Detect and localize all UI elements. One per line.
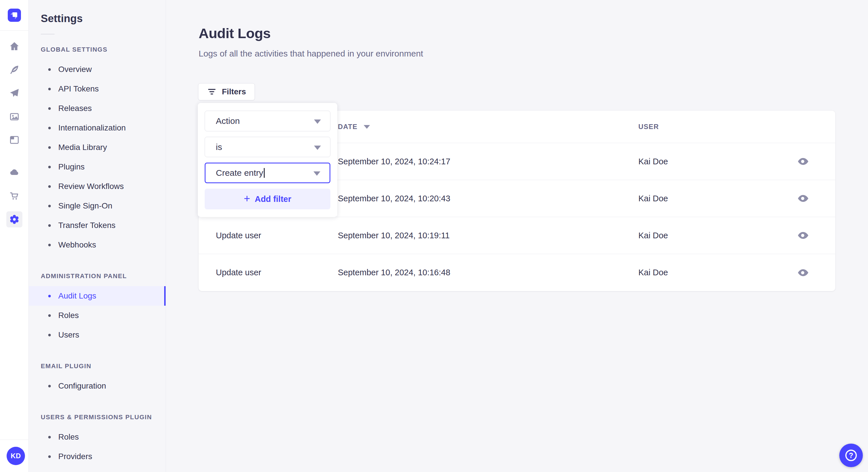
column-header-user: USER [639, 111, 659, 143]
eye-icon [798, 195, 808, 202]
eye-icon [798, 269, 808, 276]
bullet-icon [48, 166, 51, 168]
text-cursor [264, 168, 265, 178]
strapi-logo[interactable] [8, 9, 21, 22]
bullet-icon [48, 224, 51, 227]
sidebar-item-plugins[interactable]: Plugins [29, 157, 166, 177]
filter-popover: Action is Create entry + Add filter [198, 103, 337, 217]
filters-button[interactable]: Filters [198, 83, 255, 100]
view-log-button[interactable] [795, 227, 811, 243]
section-global-settings: GLOBAL SETTINGS [29, 45, 166, 54]
view-log-button[interactable] [795, 265, 811, 281]
sidebar-item-internationalization[interactable]: Internationalization [29, 118, 166, 138]
bullet-icon [48, 127, 51, 129]
bullet-icon [48, 456, 51, 458]
sidebar-item-roles-up[interactable]: Roles [29, 427, 166, 447]
question-mark-icon: ? [845, 450, 857, 461]
cart-icon[interactable] [6, 188, 22, 204]
cloud-icon[interactable] [6, 164, 22, 180]
table-row[interactable]: Update user September 10, 2024, 10:16:48… [198, 254, 835, 291]
feather-icon[interactable] [6, 62, 22, 78]
sidebar-item-roles-admin[interactable]: Roles [29, 306, 166, 325]
table-row[interactable]: Update user September 10, 2024, 10:19:11… [198, 217, 835, 254]
filter-icon [207, 88, 217, 96]
sidebar-item-releases[interactable]: Releases [29, 99, 166, 118]
chevron-down-icon [314, 145, 321, 150]
layout-icon[interactable] [6, 132, 22, 148]
view-log-button[interactable] [795, 191, 811, 206]
add-filter-button[interactable]: + Add filter [205, 189, 330, 209]
sidebar-title: Settings [41, 12, 83, 25]
settings-sidebar: Settings GLOBAL SETTINGS Overview API To… [29, 0, 166, 472]
sidebar-item-media-library[interactable]: Media Library [29, 138, 166, 157]
sidebar-title-divider [41, 34, 55, 34]
chevron-down-icon [314, 120, 321, 124]
filters-button-label: Filters [222, 87, 246, 96]
media-library-icon[interactable] [6, 109, 22, 125]
icon-rail: KD [0, 0, 29, 472]
filter-operator-select[interactable]: is [205, 137, 330, 158]
bullet-icon [48, 244, 51, 246]
sidebar-nav: GLOBAL SETTINGS Overview API Tokens Rele… [29, 45, 166, 466]
sidebar-item-api-tokens[interactable]: API Tokens [29, 79, 166, 99]
sort-descending-icon [364, 125, 370, 129]
bullet-icon [48, 436, 51, 438]
sidebar-item-audit-logs[interactable]: Audit Logs [29, 286, 166, 306]
rail-divider [0, 30, 29, 31]
sidebar-item-review-workflows[interactable]: Review Workflows [29, 177, 166, 196]
chevron-down-icon [313, 171, 320, 176]
page-subtitle: Logs of all the activities that happened… [198, 49, 423, 59]
section-email-plugin: EMAIL PLUGIN [29, 362, 166, 370]
avatar[interactable]: KD [7, 447, 25, 465]
section-users-permissions-plugin: USERS & PERMISSIONS PLUGIN [29, 413, 166, 422]
help-button[interactable]: ? [839, 444, 863, 467]
section-administration-panel: ADMINISTRATION PANEL [29, 272, 166, 280]
page-title: Audit Logs [198, 25, 271, 41]
rail-bottom-divider [0, 440, 29, 440]
bullet-icon [48, 385, 51, 387]
sidebar-item-single-sign-on[interactable]: Single Sign-On [29, 196, 166, 216]
eye-icon [798, 232, 808, 239]
sidebar-item-webhooks[interactable]: Webhooks [29, 235, 166, 255]
bullet-icon [48, 314, 51, 317]
bullet-icon [48, 185, 51, 188]
eye-icon [798, 158, 808, 165]
bullet-icon [48, 205, 51, 207]
filter-field-select[interactable]: Action [205, 111, 330, 131]
sidebar-item-configuration[interactable]: Configuration [29, 376, 166, 396]
bullet-icon [48, 295, 51, 297]
sidebar-item-providers[interactable]: Providers [29, 447, 166, 466]
column-header-date[interactable]: DATE [338, 111, 370, 143]
filter-value-combobox[interactable]: Create entry [205, 163, 330, 183]
home-icon[interactable] [6, 38, 22, 55]
sidebar-item-users[interactable]: Users [29, 325, 166, 345]
bullet-icon [48, 334, 51, 336]
bullet-icon [48, 68, 51, 71]
strapi-logo-icon [8, 9, 21, 22]
paper-plane-icon[interactable] [6, 85, 22, 101]
bullet-icon [48, 107, 51, 110]
sidebar-item-transfer-tokens[interactable]: Transfer Tokens [29, 216, 166, 235]
bullet-icon [48, 146, 51, 149]
bullet-icon [48, 88, 51, 90]
main-content: Audit Logs Logs of all the activities th… [166, 0, 868, 472]
gear-icon[interactable] [6, 211, 22, 227]
view-log-button[interactable] [795, 154, 811, 169]
sidebar-item-overview[interactable]: Overview [29, 60, 166, 79]
plus-icon: + [244, 193, 250, 204]
